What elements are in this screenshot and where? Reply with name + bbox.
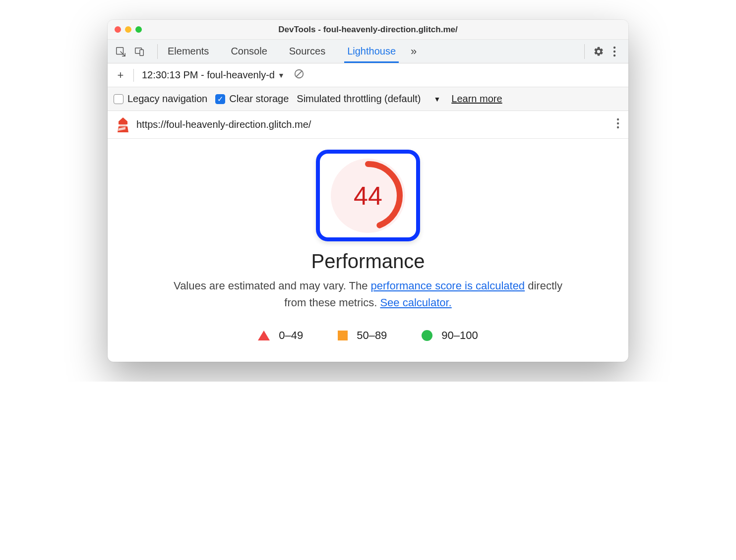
performance-gauge-highlight: 44 — [316, 150, 420, 241]
report-desc-text: Values are estimated and may vary. The — [174, 280, 370, 292]
devtools-tabbar: Elements Console Sources Lighthouse » — [108, 40, 628, 63]
svg-point-4 — [613, 50, 615, 52]
performance-gauge[interactable]: 44 — [331, 159, 405, 233]
svg-rect-9 — [120, 124, 126, 126]
lighthouse-subbar: + 12:30:13 PM - foul-heavenly-d ▼ — [108, 63, 628, 87]
score-legend: 0–49 50–89 90–100 — [137, 329, 599, 342]
legend-pass-label: 90–100 — [441, 329, 478, 342]
tab-lighthouse[interactable]: Lighthouse — [346, 41, 397, 62]
lighthouse-icon — [117, 117, 129, 132]
clear-storage-checkbox[interactable]: ✓ Clear storage — [215, 93, 289, 105]
throttling-dropdown[interactable]: Simulated throttling (default) ▼ — [297, 93, 440, 105]
report-url: https://foul-heavenly-direction.glitch.m… — [136, 119, 616, 130]
svg-point-5 — [613, 54, 615, 56]
legend-pass: 90–100 — [422, 329, 478, 342]
report-menu-icon[interactable] — [616, 118, 619, 132]
throttling-label: Simulated throttling (default) — [297, 93, 421, 105]
svg-point-13 — [617, 122, 619, 124]
lighthouse-report: 44 Performance Values are estimated and … — [108, 139, 628, 362]
report-category-title: Performance — [137, 250, 599, 273]
more-menu-icon[interactable] — [607, 44, 622, 59]
chevron-down-icon: ▼ — [278, 71, 285, 79]
svg-point-3 — [613, 46, 615, 48]
clear-report-icon[interactable] — [294, 68, 305, 82]
checkbox-unchecked-icon — [114, 94, 123, 104]
score-calculation-link[interactable]: performance score is calculated — [371, 280, 525, 292]
svg-point-12 — [617, 118, 619, 120]
window-title: DevTools - foul-heavenly-direction.glitc… — [115, 25, 621, 35]
legend-fail-label: 0–49 — [279, 329, 303, 342]
tabs-overflow-icon[interactable]: » — [411, 45, 417, 58]
window-close-button[interactable] — [115, 26, 121, 33]
see-calculator-link[interactable]: See calculator. — [380, 296, 451, 309]
legacy-navigation-checkbox[interactable]: Legacy navigation — [114, 93, 207, 105]
legend-average-label: 50–89 — [357, 329, 387, 342]
checkbox-checked-icon: ✓ — [215, 94, 225, 104]
svg-rect-2 — [140, 50, 143, 56]
legend-average: 50–89 — [338, 329, 387, 342]
new-report-button[interactable]: + — [114, 69, 127, 82]
performance-score: 44 — [331, 159, 405, 233]
tab-elements[interactable]: Elements — [167, 41, 210, 62]
square-orange-icon — [338, 331, 348, 340]
report-selector-label: 12:30:13 PM - foul-heavenly-d — [142, 69, 275, 81]
svg-line-7 — [296, 71, 302, 77]
chevron-down-icon: ▼ — [433, 95, 440, 103]
learn-more-link[interactable]: Learn more — [451, 93, 502, 105]
report-description: Values are estimated and may vary. The p… — [165, 278, 571, 311]
svg-marker-8 — [119, 117, 127, 124]
legacy-navigation-label: Legacy navigation — [127, 93, 207, 105]
svg-point-14 — [617, 126, 619, 128]
report-url-bar: https://foul-heavenly-direction.glitch.m… — [108, 111, 628, 139]
legend-fail: 0–49 — [258, 329, 303, 342]
device-toggle-icon[interactable] — [132, 45, 146, 58]
devtools-window: DevTools - foul-heavenly-direction.glitc… — [108, 20, 628, 362]
tab-console[interactable]: Console — [230, 41, 268, 62]
lighthouse-options-bar: Legacy navigation ✓ Clear storage Simula… — [108, 87, 628, 111]
settings-gear-icon[interactable] — [591, 44, 607, 59]
tab-sources[interactable]: Sources — [288, 41, 326, 62]
clear-storage-label: Clear storage — [229, 93, 289, 105]
titlebar: DevTools - foul-heavenly-direction.glitc… — [108, 20, 628, 40]
report-selector-dropdown[interactable]: 12:30:13 PM - foul-heavenly-d ▼ — [142, 68, 285, 82]
circle-green-icon — [422, 330, 432, 341]
inspect-element-icon[interactable] — [114, 45, 127, 58]
triangle-red-icon — [258, 331, 270, 340]
window-maximize-button[interactable] — [135, 26, 142, 33]
window-minimize-button[interactable] — [125, 26, 131, 33]
